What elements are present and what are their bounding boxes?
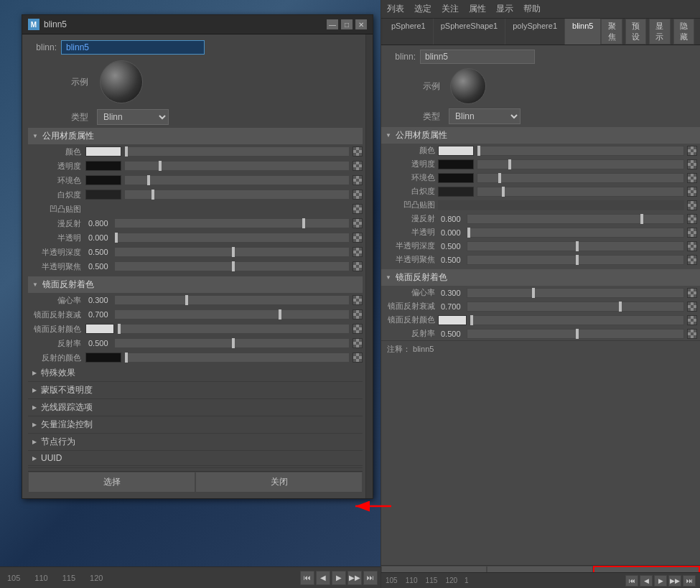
slider-track-transparency[interactable] bbox=[124, 161, 350, 171]
right-checker-trans-focus[interactable] bbox=[687, 255, 697, 265]
right-public-header[interactable]: ▼ 公用材质属性 bbox=[381, 127, 700, 144]
right-slider-track-color[interactable] bbox=[477, 146, 684, 156]
public-material-header[interactable]: ▼ 公用材质属性 bbox=[28, 128, 363, 144]
minimize-button[interactable]: — bbox=[327, 19, 338, 29]
right-slider-handle-eccentricity[interactable] bbox=[532, 288, 535, 298]
right-color-swatch-transparency[interactable] bbox=[438, 159, 474, 169]
right-name-input[interactable] bbox=[420, 50, 535, 64]
checker-diffuse[interactable] bbox=[353, 218, 363, 228]
color-swatch-reflected[interactable] bbox=[85, 353, 121, 363]
right-checker-translucence[interactable] bbox=[687, 228, 697, 238]
slider-handle-specular-rolloff[interactable] bbox=[279, 309, 281, 319]
close-button[interactable]: ✕ bbox=[355, 19, 367, 29]
right-checker-specular-rolloff[interactable] bbox=[687, 302, 697, 312]
right-checker-bump[interactable] bbox=[687, 200, 697, 210]
close-panel-button[interactable]: 关闭 bbox=[195, 472, 363, 493]
slider-handle-trans-focus[interactable] bbox=[232, 261, 235, 271]
right-slider-track-specular-rolloff[interactable] bbox=[467, 302, 684, 312]
tl-left-play[interactable]: ▶ bbox=[332, 571, 346, 585]
section-node-behavior[interactable]: ▶ 节点行为 bbox=[28, 434, 363, 451]
tl-left-prev[interactable]: ◀ bbox=[316, 571, 330, 585]
right-slider-track-translucence[interactable] bbox=[467, 228, 684, 238]
tab-psphereshape1[interactable]: pSphereShape1 bbox=[434, 19, 506, 45]
right-slider-handle-specular-rolloff[interactable] bbox=[619, 302, 622, 312]
slider-track-translucence[interactable] bbox=[114, 233, 350, 243]
right-slider-track-ambient[interactable] bbox=[477, 173, 684, 183]
right-slider-handle-ambient[interactable] bbox=[498, 173, 501, 183]
slider-handle-reflected-color[interactable] bbox=[125, 353, 128, 363]
slider-handle-reflectivity[interactable] bbox=[232, 338, 235, 348]
right-checker-eccentricity[interactable] bbox=[687, 288, 697, 298]
preset-btn[interactable]: 预设 bbox=[625, 19, 646, 45]
slider-handle-specular-color[interactable] bbox=[118, 324, 121, 334]
slider-track-trans-focus[interactable] bbox=[114, 261, 350, 271]
slider-track-specular-color[interactable] bbox=[117, 324, 350, 334]
slider-track-diffuse[interactable] bbox=[114, 218, 350, 228]
right-slider-track-bump[interactable] bbox=[438, 200, 684, 210]
right-slider-track-incandescence[interactable] bbox=[477, 187, 684, 197]
slider-handle-ambient[interactable] bbox=[147, 175, 150, 185]
slider-track-reflectivity[interactable] bbox=[114, 338, 350, 348]
menu-focus[interactable]: 关注 bbox=[442, 3, 459, 15]
checker-ambient[interactable] bbox=[353, 175, 363, 185]
scrollbar[interactable] bbox=[365, 34, 373, 498]
right-slider-handle-transparency[interactable] bbox=[508, 159, 511, 169]
right-slider-handle-color[interactable] bbox=[477, 146, 480, 156]
hide-btn[interactable]: 隐藏 bbox=[673, 19, 694, 45]
tl-left-next[interactable]: ▶▶ bbox=[347, 571, 362, 585]
checker-color[interactable] bbox=[353, 146, 363, 157]
right-slider-handle-reflectivity[interactable] bbox=[576, 329, 579, 339]
checker-specular-rolloff[interactable] bbox=[353, 309, 363, 319]
specular-header[interactable]: ▼ 镜面反射着色 bbox=[28, 276, 363, 293]
slider-handle-trans-depth[interactable] bbox=[232, 247, 235, 257]
type-select[interactable]: Blinn bbox=[97, 109, 169, 125]
slider-handle-color[interactable] bbox=[125, 146, 128, 157]
checker-reflectivity[interactable] bbox=[353, 338, 363, 348]
right-slider-handle-diffuse[interactable] bbox=[640, 214, 643, 224]
right-slider-track-reflectivity[interactable] bbox=[467, 329, 684, 339]
focus-btn[interactable]: 聚焦 bbox=[601, 19, 622, 45]
checker-incandescence[interactable] bbox=[353, 190, 363, 200]
menu-attributes[interactable]: 属性 bbox=[469, 3, 486, 15]
color-swatch-incandescence[interactable] bbox=[85, 190, 121, 200]
slider-track-ambient[interactable] bbox=[124, 175, 350, 185]
checker-specular-color[interactable] bbox=[353, 324, 363, 334]
tl-left-first[interactable]: ⏮ bbox=[300, 571, 314, 585]
menu-select[interactable]: 选定 bbox=[414, 3, 431, 15]
section-uuid[interactable]: ▶ UUID bbox=[28, 451, 363, 466]
slider-handle-translucence[interactable] bbox=[115, 233, 118, 243]
checker-trans-focus[interactable] bbox=[353, 261, 363, 271]
slider-track-incandescence[interactable] bbox=[124, 190, 350, 200]
slider-handle-transparency[interactable] bbox=[159, 161, 162, 171]
slider-track-specular-rolloff[interactable] bbox=[114, 309, 350, 319]
tl-next-btn[interactable]: ▶▶ bbox=[668, 575, 681, 587]
tab-blinn5[interactable]: blinn5 bbox=[565, 19, 601, 45]
color-swatch-color[interactable] bbox=[85, 146, 121, 157]
right-slider-track-trans-focus[interactable] bbox=[467, 255, 684, 265]
slider-track-color[interactable] bbox=[124, 146, 350, 157]
tab-polysphere1[interactable]: polySphere1 bbox=[505, 19, 565, 45]
right-checker-diffuse[interactable] bbox=[687, 214, 697, 224]
slider-track-bump[interactable] bbox=[85, 204, 350, 214]
right-color-swatch-incandescence[interactable] bbox=[438, 187, 474, 197]
right-checker-ambient[interactable] bbox=[687, 173, 697, 183]
tl-last-btn[interactable]: ⏭ bbox=[683, 575, 696, 587]
show-btn[interactable]: 显示 bbox=[649, 19, 670, 45]
right-color-swatch-specular[interactable] bbox=[438, 315, 467, 325]
right-checker-reflectivity[interactable] bbox=[687, 329, 697, 339]
checker-trans-depth[interactable] bbox=[353, 247, 363, 257]
slider-handle-incandescence[interactable] bbox=[151, 190, 154, 200]
right-slider-track-diffuse[interactable] bbox=[467, 214, 684, 224]
slider-handle-diffuse[interactable] bbox=[302, 218, 305, 228]
section-vector[interactable]: ▶ 矢量渲染控制 bbox=[28, 416, 363, 434]
right-color-swatch-color[interactable] bbox=[438, 146, 474, 156]
right-checker-trans-depth[interactable] bbox=[687, 241, 697, 251]
checker-eccentricity[interactable] bbox=[353, 295, 363, 305]
tab-psphere1[interactable]: pSphere1 bbox=[384, 19, 434, 45]
right-color-swatch-ambient[interactable] bbox=[438, 173, 474, 183]
color-swatch-specular[interactable] bbox=[85, 324, 114, 334]
right-slider-track-specular-color[interactable] bbox=[470, 315, 684, 325]
right-type-select[interactable]: Blinn bbox=[449, 108, 521, 124]
select-button[interactable]: 选择 bbox=[28, 472, 195, 493]
name-input[interactable] bbox=[61, 40, 205, 55]
